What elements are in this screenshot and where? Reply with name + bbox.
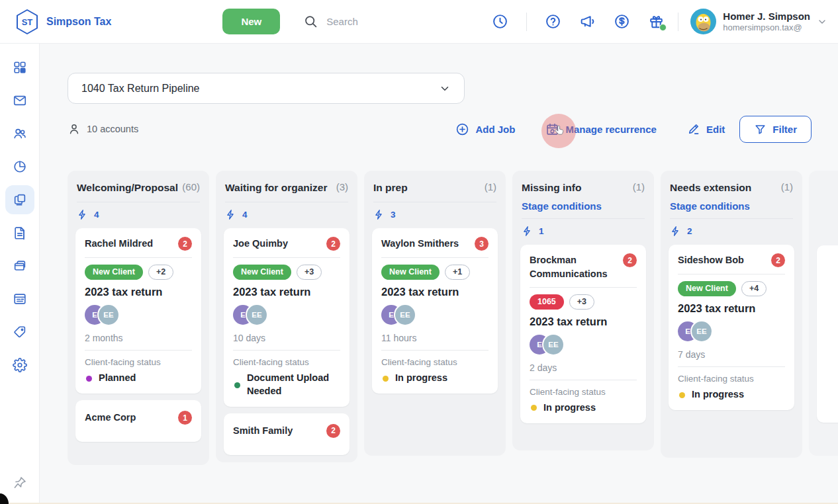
column-automations[interactable]: 4 xyxy=(225,209,348,220)
divider xyxy=(381,257,489,258)
more-tags-pill[interactable]: +3 xyxy=(297,265,322,280)
job-card[interactable]: Waylon Smithers 3 New Client +1 2023 tax… xyxy=(372,228,498,394)
add-job-button[interactable]: Add Job xyxy=(455,122,515,136)
assignee-avatar[interactable]: EE xyxy=(99,305,118,325)
plus-circle-icon xyxy=(455,122,469,136)
job-card[interactable]: Brockman Communications 2 1065 +3 2023 t… xyxy=(520,245,646,423)
edit-button[interactable]: Edit xyxy=(687,122,725,136)
job-card[interactable]: Smith Family 2 xyxy=(224,413,349,455)
job-card[interactable]: Rachel Mildred 2 New Client +2 2023 tax … xyxy=(75,228,201,394)
tag-pill[interactable]: New Client xyxy=(678,281,736,296)
sidebar-item-mail[interactable] xyxy=(5,86,34,115)
job-card[interactable] xyxy=(817,245,838,423)
user-menu[interactable]: Homer J. Simpson homersimpson.tax@ xyxy=(690,9,827,34)
announcements-icon[interactable] xyxy=(579,13,596,30)
column-needs-extension: Needs extension (1) Stage conditions 2 S… xyxy=(661,171,802,458)
header-divider xyxy=(678,13,678,31)
assignee-avatars[interactable]: E EE xyxy=(233,305,340,325)
account-name[interactable]: Joe Quimby xyxy=(233,237,288,250)
divider xyxy=(670,218,793,219)
job-card[interactable]: Sideshow Bob 2 New Client +4 2023 tax re… xyxy=(669,245,794,410)
column-count: (1) xyxy=(485,181,496,195)
global-search[interactable] xyxy=(304,15,492,28)
job-title[interactable]: 2023 tax return xyxy=(233,286,340,298)
stage-conditions-link[interactable]: Stage conditions xyxy=(670,200,793,212)
column-count: (3) xyxy=(336,181,348,195)
divider xyxy=(381,350,489,351)
app-logo[interactable]: ST Simpson Tax xyxy=(15,9,111,35)
time-tracking-icon[interactable] xyxy=(492,13,508,30)
tag-pill[interactable]: New Client xyxy=(381,265,440,280)
account-name[interactable]: Sideshow Bob xyxy=(678,253,744,267)
sidebar-item-documents[interactable] xyxy=(5,218,34,247)
person-icon xyxy=(68,122,81,136)
divider xyxy=(233,257,340,258)
task-count-badge: 2 xyxy=(326,237,340,251)
sidebar-item-settings[interactable] xyxy=(5,351,34,380)
column-title: Missing info xyxy=(522,181,581,195)
assignee-avatar[interactable]: EE xyxy=(247,305,267,325)
divider xyxy=(85,350,192,351)
column-automations[interactable]: 4 xyxy=(77,209,200,220)
toolbar-actions: Add Job Manage recurrence Edit Filter xyxy=(455,116,812,143)
billing-icon[interactable] xyxy=(614,13,630,30)
account-name[interactable]: Rachel Mildred xyxy=(85,237,153,250)
tag-pill[interactable]: 1065 xyxy=(530,294,564,310)
funnel-icon xyxy=(754,123,767,136)
column-count: (1) xyxy=(781,181,793,195)
client-facing-status: In progress xyxy=(381,372,489,385)
more-tags-pill[interactable]: +4 xyxy=(741,281,767,296)
job-title[interactable]: 2023 tax return xyxy=(381,286,489,298)
rewards-icon[interactable] xyxy=(648,13,665,30)
column-title: Waiting for organizer xyxy=(225,181,327,195)
job-card[interactable]: Acme Corp 1 xyxy=(75,400,201,442)
stage-conditions-link[interactable]: Stage conditions xyxy=(522,200,645,212)
job-card[interactable]: Joe Quimby 2 New Client +3 2023 tax retu… xyxy=(224,228,349,406)
assignee-avatar[interactable]: EE xyxy=(543,335,563,355)
assignee-avatar[interactable]: EE xyxy=(692,321,712,341)
sidebar-item-templates[interactable] xyxy=(5,284,34,314)
job-title[interactable]: 2023 tax return xyxy=(530,315,637,328)
sidebar-item-billing-cards[interactable] xyxy=(5,251,34,280)
sidebar-item-pipelines[interactable] xyxy=(5,185,34,214)
sidebar-item-dashboard[interactable] xyxy=(5,53,34,82)
account-name[interactable]: Smith Family xyxy=(233,424,293,437)
job-title[interactable]: 2023 tax return xyxy=(678,302,785,315)
sidebar-item-tags[interactable] xyxy=(5,317,34,347)
assignee-avatars[interactable]: E EE xyxy=(381,305,489,325)
manage-recurrence-button[interactable]: Manage recurrence xyxy=(545,122,657,136)
left-nav xyxy=(0,44,40,504)
sidebar-item-reports[interactable] xyxy=(5,152,34,181)
more-tags-pill[interactable]: +1 xyxy=(445,265,470,280)
divider xyxy=(225,202,348,202)
column-automations[interactable]: 3 xyxy=(373,209,496,220)
divider xyxy=(85,257,192,258)
pin-sidebar-icon[interactable] xyxy=(12,475,28,493)
tag-pill[interactable]: New Client xyxy=(233,265,291,280)
help-icon[interactable] xyxy=(545,13,561,30)
assignee-avatars[interactable]: E EE xyxy=(85,305,192,325)
status-caption: Client-facing status xyxy=(85,357,192,367)
pipeline-selector[interactable]: 1040 Tax Return Pipeline xyxy=(68,73,465,104)
svg-text:ST: ST xyxy=(22,17,33,27)
automation-bolt-icon xyxy=(373,209,385,220)
column-title: Welcoming/Proposal xyxy=(77,181,178,195)
more-tags-pill[interactable]: +3 xyxy=(569,294,594,310)
task-count-badge: 2 xyxy=(771,253,785,267)
filter-button[interactable]: Filter xyxy=(739,116,812,143)
account-name[interactable]: Acme Corp xyxy=(85,411,136,424)
assignee-avatars[interactable]: E EE xyxy=(530,335,637,355)
job-title[interactable]: 2023 tax return xyxy=(85,286,192,298)
column-automations[interactable]: 1 xyxy=(522,226,645,237)
more-tags-pill[interactable]: +2 xyxy=(148,265,173,280)
new-button[interactable]: New xyxy=(222,9,280,34)
column-automations[interactable]: 2 xyxy=(670,226,793,237)
search-input[interactable] xyxy=(326,16,445,27)
assignee-avatar[interactable]: EE xyxy=(395,305,415,325)
sidebar-item-contacts[interactable] xyxy=(5,119,34,148)
tag-pill[interactable]: New Client xyxy=(85,265,143,280)
account-name[interactable]: Brockman Communications xyxy=(530,253,618,280)
assignee-avatars[interactable]: E EE xyxy=(678,321,785,341)
account-name[interactable]: Waylon Smithers xyxy=(381,237,459,250)
status-dot xyxy=(234,382,240,388)
